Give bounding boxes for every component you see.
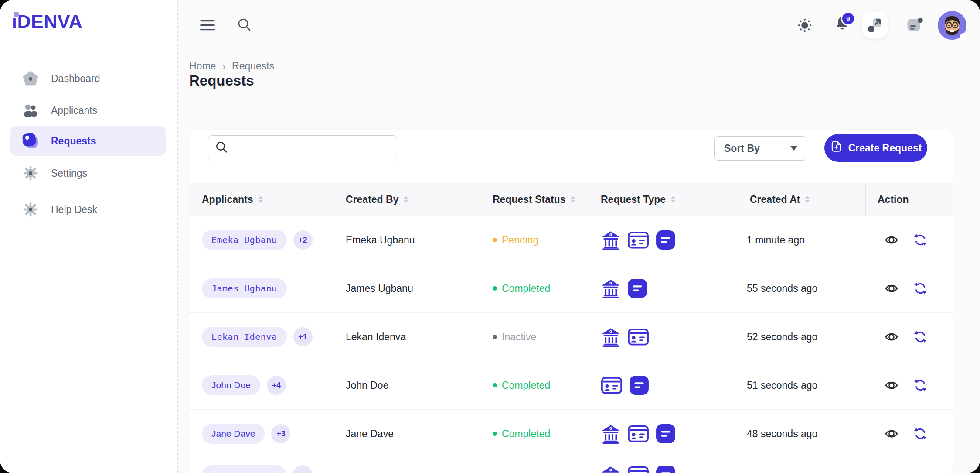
column-header-applicants[interactable]: Applicants: [202, 183, 264, 216]
view-icon[interactable]: [885, 233, 898, 247]
applicant-extra-badge[interactable]: +2: [293, 230, 313, 250]
status-dot: [493, 238, 497, 242]
table-row: Lekan Idenva+1 Lekan Idenva Inactive 52 …: [189, 313, 953, 361]
gear-icon: [22, 165, 39, 182]
refresh-icon[interactable]: [912, 426, 928, 442]
status-label: Completed: [502, 283, 550, 295]
refresh-icon[interactable]: [912, 281, 928, 296]
status-dot: [493, 286, 497, 291]
search-input[interactable]: [234, 142, 397, 154]
applicant-pill[interactable]: John Doe: [202, 375, 260, 395]
view-icon[interactable]: [885, 281, 898, 295]
action-cell: [885, 410, 950, 458]
sidebar-item-label: Help Desk: [51, 204, 97, 216]
status-cell: Completed: [493, 264, 597, 312]
id-card-icon: [627, 465, 649, 473]
view-icon[interactable]: [885, 330, 898, 344]
column-header-request-status[interactable]: Request Status: [493, 183, 576, 216]
column-header-action: Action: [878, 183, 909, 216]
sort-by-dropdown[interactable]: Sort By: [714, 136, 806, 161]
logo-dot: [14, 12, 19, 17]
request-type-cell: [601, 264, 745, 312]
refresh-icon[interactable]: [912, 232, 928, 248]
table-row: James Ugbanu James Ugbanu Completed 55 s…: [189, 264, 953, 313]
sort-arrows-icon: [804, 195, 810, 204]
refresh-icon[interactable]: [912, 329, 928, 345]
view-icon[interactable]: [885, 427, 898, 441]
table-search-box[interactable]: [208, 135, 397, 161]
sort-by-label: Sort By: [724, 143, 760, 154]
search-icon[interactable]: [236, 17, 253, 33]
applicant-pill[interactable]: Lekan Idenva: [202, 327, 287, 347]
create-request-button[interactable]: Create Request: [824, 134, 927, 162]
avatar[interactable]: [937, 10, 967, 40]
action-cell: [885, 458, 950, 473]
notes-icon[interactable]: [906, 16, 923, 33]
table-row: John Doe+4 John Doe Completed 51 seconds…: [189, 361, 953, 410]
column-header-request-type[interactable]: Request Type: [601, 183, 676, 216]
breadcrumb-home[interactable]: Home: [189, 60, 216, 72]
applicant-pill[interactable]: Emeka Ugbanu: [202, 230, 287, 250]
table-row: Emeka Ugbanu+2 Emeka Ugbanu Pending 1 mi…: [189, 216, 953, 264]
sidebar-item-settings[interactable]: Settings: [10, 161, 166, 186]
created-by-cell: James Ugbanu: [346, 264, 490, 312]
status-cell: Pending: [493, 216, 597, 264]
notification-badge: 9: [841, 11, 855, 26]
status-label: Inactive: [502, 331, 536, 343]
status-cell: Completed: [493, 361, 597, 409]
sidebar-item-help-desk[interactable]: Help Desk: [10, 197, 166, 222]
column-header-created-at[interactable]: Created At: [750, 183, 810, 216]
sidebar-item-applicants[interactable]: Applicants: [10, 98, 166, 123]
sort-arrows-icon: [258, 195, 264, 204]
brand-logo[interactable]: iDENVA: [12, 12, 82, 31]
status-label: Completed: [502, 428, 550, 440]
request-type-cell: [601, 361, 745, 409]
applicant-pill[interactable]: Jane Dave: [202, 424, 265, 444]
created-by-cell: Lekan Idenva: [346, 313, 490, 361]
header-divider: [865, 183, 866, 216]
brand-logo-text: iDENVA: [12, 11, 82, 32]
created-at-cell: [747, 458, 862, 473]
bank-icon: [601, 278, 621, 298]
status-label: Completed: [502, 380, 550, 391]
created-at-cell: 52 seconds ago: [747, 313, 862, 361]
created-at-cell: 51 seconds ago: [747, 361, 862, 409]
requests-card: Sort By Create Request Applicants Create…: [189, 130, 953, 473]
applicant-extra-badge[interactable]: +4: [267, 376, 286, 395]
request-type-cell: [601, 458, 745, 473]
sidebar-item-dashboard[interactable]: Dashboard: [10, 66, 166, 91]
breadcrumb-current[interactable]: Requests: [232, 60, 274, 72]
view-icon[interactable]: [885, 378, 898, 392]
sidebar-item-label: Applicants: [51, 105, 97, 117]
users-icon: [22, 102, 39, 119]
applicant-extra-badge[interactable]: +1: [293, 327, 313, 346]
created-by-cell: [346, 458, 490, 473]
action-cell: [885, 313, 950, 361]
action-cell: [885, 264, 950, 312]
expand-icon[interactable]: [862, 12, 888, 38]
created-by-cell: Emeka Ugbanu: [346, 216, 490, 264]
refresh-icon[interactable]: [912, 377, 928, 393]
brightness-icon[interactable]: [797, 17, 813, 33]
id-card-icon: [627, 230, 649, 250]
bank-icon: [601, 327, 621, 347]
bell-icon[interactable]: 9: [835, 16, 850, 31]
column-header-created-by[interactable]: Created By: [346, 183, 409, 216]
note-icon: [656, 424, 676, 444]
action-cell: [885, 216, 950, 264]
bank-icon: [601, 230, 621, 250]
chevron-right-icon: ›: [222, 61, 226, 72]
sort-arrows-icon: [570, 195, 576, 204]
sidebar-item-requests[interactable]: Requests: [10, 126, 166, 156]
note-icon: [629, 375, 649, 395]
home-icon: [22, 70, 39, 87]
page-title: Requests: [189, 72, 254, 89]
sidebar-item-label: Requests: [51, 135, 96, 147]
applicant-extra-badge[interactable]: [293, 465, 312, 473]
chevron-down-icon: [790, 146, 797, 151]
applicant-pill[interactable]: [202, 465, 286, 473]
menu-icon[interactable]: [200, 19, 215, 31]
applicant-pill[interactable]: James Ugbanu: [202, 278, 287, 298]
gear-icon: [22, 201, 39, 218]
applicant-extra-badge[interactable]: +3: [271, 424, 290, 443]
